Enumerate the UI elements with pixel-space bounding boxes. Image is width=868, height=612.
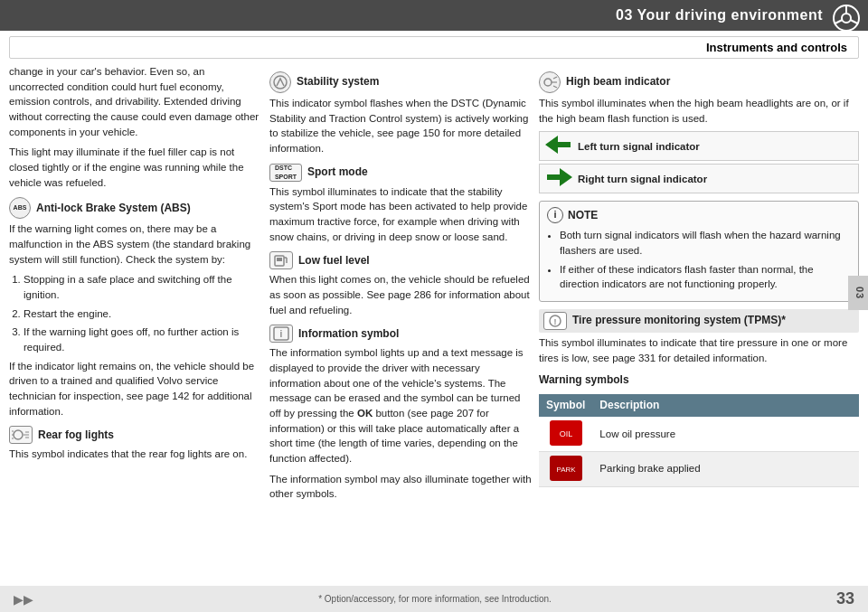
low-fuel-title: Low fuel level — [298, 253, 370, 268]
page-header: 03 Your driving environment — [0, 0, 868, 31]
info-title: Information symbol — [298, 326, 399, 342]
right-column: High beam indicator This symbol illumina… — [539, 64, 859, 599]
stability-text: This indicator symbol flashes when the D… — [269, 96, 532, 156]
svg-line-22 — [553, 77, 557, 79]
page-tab: 03 — [848, 276, 868, 310]
footer-arrows: ▶▶ — [14, 592, 33, 607]
sport-title: Sport mode — [307, 165, 368, 180]
symbol-col-header: Symbol — [539, 394, 592, 417]
mid-column: Stability system This indicator symbol f… — [269, 64, 532, 599]
parking-brake-desc: Parking brake applied — [592, 451, 859, 486]
oil-pressure-desc: Low oil pressure — [592, 417, 859, 451]
svg-point-5 — [14, 430, 23, 439]
info-section: i Information symbol The information sym… — [269, 325, 532, 502]
svg-line-23 — [553, 86, 557, 88]
intro-text-1: change in your car's behavior. Even so, … — [9, 64, 262, 139]
table-row: PARK Parking brake applied — [539, 451, 859, 486]
warning-symbols-header: Warning symbols — [539, 372, 859, 388]
abs-text-2: If the indicator light remains on, the v… — [9, 359, 262, 419]
tpms-section: ! Tire pressure monitoring system (TPMS)… — [539, 309, 859, 365]
tpms-text: This symbol illuminates to indicate that… — [539, 335, 859, 365]
tpms-icon: ! — [543, 312, 567, 330]
left-turn-arrow-icon — [545, 136, 572, 156]
info-text: The information symbol lights up and a t… — [269, 345, 532, 466]
svg-text:OIL: OIL — [559, 429, 572, 438]
park-symbol-cell: PARK — [539, 451, 592, 486]
svg-point-20 — [544, 79, 552, 86]
rear-fog-title: Rear fog lights — [38, 428, 114, 443]
stability-section: Stability system This indicator symbol f… — [269, 71, 532, 156]
right-turn-arrow-icon — [545, 168, 572, 189]
description-col-header: Description — [592, 394, 859, 417]
note-bullet-1: Both turn signal indicators will flash w… — [560, 228, 851, 258]
abs-section: ABS Anti-lock Brake System (ABS) If the … — [9, 197, 262, 419]
svg-text:PARK: PARK — [556, 466, 576, 474]
rear-fog-text: This symbol indicates that the rear fog … — [9, 447, 262, 462]
section-title: Instruments and controls — [706, 41, 847, 54]
highbeam-text: This symbol illuminates when the high be… — [539, 96, 859, 126]
svg-point-17 — [286, 261, 288, 263]
info-text-3: The information symbol may also illumina… — [269, 472, 532, 502]
stability-icon — [269, 71, 291, 93]
oil-pressure-icon: OIL — [550, 420, 582, 446]
abs-icon: ABS — [9, 197, 31, 219]
svg-point-1 — [842, 14, 851, 23]
rear-fog-icon — [9, 426, 33, 444]
svg-text:!: ! — [554, 317, 557, 326]
highbeam-title: High beam indicator — [566, 74, 670, 89]
abs-text-1: If the warning light comes on, there may… — [9, 221, 262, 267]
rear-fog-section: Rear fog lights This symbol indicates th… — [9, 426, 262, 462]
abs-steps-list: Stopping in a safe place and switching o… — [24, 272, 262, 354]
sport-icon: DSTCSPORT — [269, 164, 302, 182]
table-row: OIL Low oil pressure — [539, 417, 859, 451]
info-symbol-icon: i — [269, 325, 293, 343]
section-title-bar: Instruments and controls — [9, 36, 859, 59]
note-title: NOTE — [568, 208, 598, 223]
stability-title: Stability system — [297, 74, 379, 89]
intro-text-2: This light may illuminate if the fuel fi… — [9, 145, 262, 190]
note-box: i NOTE Both turn signal indicators will … — [539, 201, 859, 302]
warning-symbols-table: Symbol Description OIL — [539, 394, 859, 487]
warning-symbols-section: Warning symbols Symbol Description — [539, 372, 859, 486]
ok-button-label: OK — [357, 408, 373, 419]
note-bullet-2: If either of these indicators flash fast… — [560, 262, 851, 292]
fuel-icon — [269, 251, 293, 269]
tpms-title: Tire pressure monitoring system (TPMS)* — [572, 313, 786, 328]
low-fuel-text: When this light comes on, the vehicle sh… — [269, 272, 532, 317]
svg-line-4 — [851, 20, 858, 24]
left-turn-signal-row: Left turn signal indicator — [539, 131, 859, 161]
svg-text:i: i — [280, 329, 283, 339]
abs-step-1: Stopping in a safe place and switching o… — [24, 272, 262, 302]
sport-text: This symbol illuminates to indicate that… — [269, 184, 532, 245]
low-fuel-section: Low fuel level When this light comes on,… — [269, 251, 532, 317]
abs-step-3: If the warning light goes off, no furthe… — [24, 325, 262, 354]
steering-wheel-icon — [832, 4, 861, 33]
abs-step-2: Restart the engine. — [24, 306, 262, 322]
right-turn-signal-row: Right turn signal indicator — [539, 164, 859, 193]
header-title: 03 Your driving environment — [616, 7, 823, 23]
note-list: Both turn signal indicators will flash w… — [560, 228, 851, 292]
sport-section: DSTCSPORT Sport mode This symbol illumin… — [269, 164, 532, 245]
page-number: 33 — [836, 589, 854, 608]
oil-symbol-cell: OIL — [539, 417, 592, 451]
svg-marker-24 — [545, 136, 571, 154]
svg-line-3 — [835, 20, 843, 24]
highbeam-icon — [539, 71, 561, 93]
footer-note: * Option/accessory, for more information… — [318, 594, 552, 604]
left-column: change in your car's behavior. Even so, … — [9, 64, 262, 599]
right-turn-signal-label: Right turn signal indicator — [578, 172, 707, 187]
svg-rect-14 — [277, 258, 282, 261]
abs-title: Anti-lock Brake System (ABS) — [36, 201, 191, 216]
svg-marker-25 — [547, 168, 572, 186]
highbeam-section: High beam indicator This symbol illumina… — [539, 71, 859, 126]
page-footer: ▶▶ * Option/accessory, for more informat… — [0, 586, 868, 612]
parking-brake-icon: PARK — [550, 456, 582, 481]
left-turn-signal-label: Left turn signal indicator — [578, 139, 700, 155]
note-icon: i — [547, 207, 563, 223]
